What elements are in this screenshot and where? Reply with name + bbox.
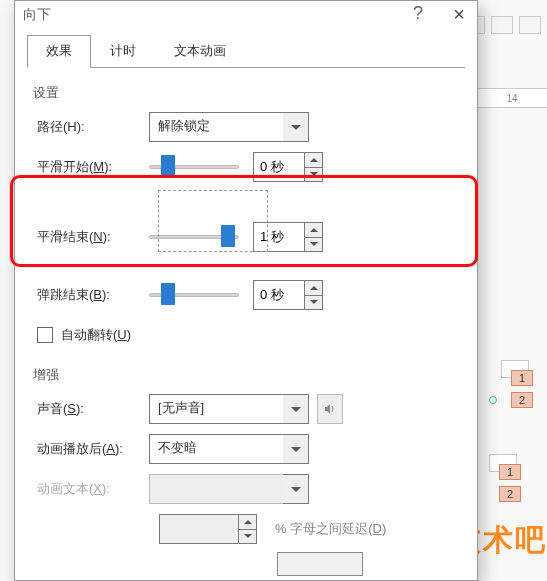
smooth-start-input[interactable] bbox=[253, 152, 305, 182]
row-delay: % 字母之间延迟(D) bbox=[159, 514, 455, 544]
spin-down-icon[interactable] bbox=[305, 295, 323, 311]
dialog-title: 向下 bbox=[23, 6, 51, 24]
tab-text-anim[interactable]: 文本动画 bbox=[155, 35, 245, 67]
smooth-start-slider[interactable] bbox=[149, 157, 239, 177]
anim-text-label: 动画文本(X): bbox=[37, 480, 149, 498]
spin-down-icon[interactable] bbox=[305, 167, 323, 183]
effect-options-dialog: 向下 ? × 效果 计时 文本动画 设置 路径(H): 解除锁定 平滑开始(M)… bbox=[14, 0, 478, 581]
bounce-end-slider[interactable] bbox=[149, 285, 239, 305]
bg-number-2b: 2 bbox=[499, 486, 521, 502]
delay-spinner bbox=[159, 514, 257, 544]
row-bounce-end: 弹跳结束(B): bbox=[37, 280, 455, 310]
slider-thumb-icon[interactable] bbox=[161, 283, 175, 305]
tab-effect[interactable]: 效果 bbox=[27, 35, 91, 68]
row-smooth-end: 平滑结束(N): bbox=[37, 222, 455, 252]
slider-thumb-icon[interactable] bbox=[161, 155, 175, 177]
ruler: 14 bbox=[477, 88, 547, 108]
dropdown-arrow-icon[interactable] bbox=[283, 434, 309, 464]
row-smooth-start: 平滑开始(M): bbox=[37, 152, 455, 182]
path-label: 路径(H): bbox=[37, 118, 149, 136]
spin-up-icon[interactable] bbox=[305, 280, 323, 295]
dropdown-arrow-icon bbox=[283, 474, 309, 504]
anim-text-dropdown bbox=[149, 474, 309, 504]
path-dropdown[interactable]: 解除锁定 bbox=[149, 112, 309, 142]
spin-up-icon[interactable] bbox=[305, 152, 323, 167]
delay-input bbox=[159, 514, 239, 544]
spin-up-icon bbox=[239, 514, 257, 529]
footer-button[interactable] bbox=[277, 552, 363, 576]
bounce-end-spinner[interactable] bbox=[253, 280, 323, 310]
panel-effect: 设置 路径(H): 解除锁定 平滑开始(M): 平滑结束(N): bbox=[15, 68, 477, 564]
row-after-anim: 动画播放后(A): 不变暗 bbox=[37, 434, 455, 464]
row-sound: 声音(S): [无声音] bbox=[37, 394, 455, 424]
smooth-start-spinner[interactable] bbox=[253, 152, 323, 182]
spin-down-icon[interactable] bbox=[305, 237, 323, 253]
auto-reverse-checkbox[interactable] bbox=[37, 327, 53, 343]
after-anim-label: 动画播放后(A): bbox=[37, 440, 149, 458]
bg-number-2: 2 bbox=[511, 392, 533, 408]
bounce-end-label: 弹跳结束(B): bbox=[37, 286, 149, 304]
close-button[interactable]: × bbox=[453, 3, 465, 26]
spin-down-icon bbox=[239, 529, 257, 545]
after-anim-dropdown[interactable]: 不变暗 bbox=[149, 434, 309, 464]
bounce-end-input[interactable] bbox=[253, 280, 305, 310]
tab-timing[interactable]: 计时 bbox=[91, 35, 155, 67]
bg-number-1: 1 bbox=[511, 370, 533, 386]
tab-strip: 效果 计时 文本动画 bbox=[27, 35, 465, 68]
dropdown-arrow-icon[interactable] bbox=[283, 394, 309, 424]
delay-suffix-label: % 字母之间延迟(D) bbox=[275, 520, 386, 538]
settings-group-label: 设置 bbox=[33, 84, 455, 102]
sound-dropdown[interactable]: [无声音] bbox=[149, 394, 309, 424]
smooth-start-label: 平滑开始(M): bbox=[37, 158, 149, 176]
help-button[interactable]: ? bbox=[413, 3, 423, 24]
auto-reverse-label[interactable]: 自动翻转(U) bbox=[61, 326, 131, 344]
row-auto-reverse: 自动翻转(U) bbox=[37, 320, 455, 350]
smooth-end-spinner[interactable] bbox=[253, 222, 323, 252]
row-path: 路径(H): 解除锁定 bbox=[37, 112, 455, 142]
dropdown-arrow-icon[interactable] bbox=[283, 112, 309, 142]
spin-up-icon[interactable] bbox=[305, 222, 323, 237]
slider-thumb-icon[interactable] bbox=[221, 225, 235, 247]
smooth-end-slider[interactable] bbox=[149, 227, 239, 247]
sound-label: 声音(S): bbox=[37, 400, 149, 418]
title-bar: 向下 ? × bbox=[15, 1, 477, 29]
enhance-group-label: 增强 bbox=[33, 366, 455, 384]
smooth-end-label: 平滑结束(N): bbox=[37, 228, 149, 246]
smooth-end-input[interactable] bbox=[253, 222, 305, 252]
bg-number-1b: 1 bbox=[499, 464, 521, 480]
bg-point bbox=[489, 396, 497, 404]
row-anim-text: 动画文本(X): bbox=[37, 474, 455, 504]
speaker-icon[interactable] bbox=[317, 394, 343, 424]
